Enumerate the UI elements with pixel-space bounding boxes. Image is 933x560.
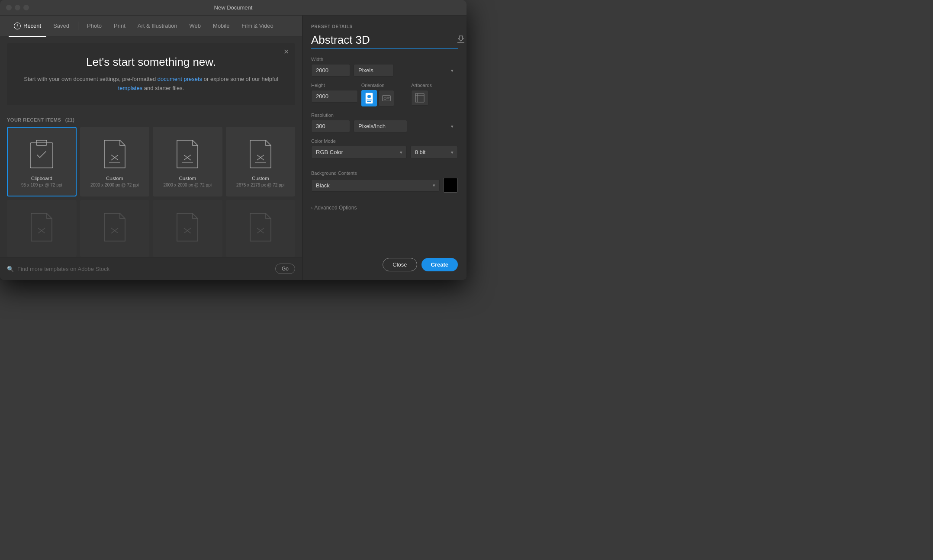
svg-rect-28 [415,93,424,102]
height-input[interactable] [311,90,358,103]
resolution-unit-wrap: Pixels/Inch Pixels/Centimeter [354,120,458,132]
custom-doc-icon-3 [247,138,274,171]
custom-label-1: Custom [106,175,123,182]
bottom-buttons: Close Create [311,249,458,271]
recent-item-custom-3[interactable]: Custom 2675 x 2176 px @ 72 ppi [226,127,296,196]
recent-item-empty-4[interactable] [226,200,296,257]
title-bar: New Document [0,0,466,16]
advanced-options[interactable]: › Advanced Options [311,205,458,211]
svg-rect-27 [387,99,389,99]
artboards-label: Artboards [411,83,458,88]
width-field-row: Width Pixels Inches Centimeters [311,57,458,77]
left-panel: Recent Saved Photo Print Art & Illustrat… [0,16,302,280]
go-button[interactable]: Go [275,264,295,274]
artboards-section: Artboards [411,83,458,106]
right-panel: PRESET DETAILS Width Pixels Inches Cent [302,16,466,280]
empty-doc-icon-4 [247,211,274,244]
recent-item-empty-1[interactable] [7,200,77,257]
recent-item-empty-2[interactable] [80,200,150,257]
width-input[interactable] [311,64,350,77]
svg-point-21 [367,95,371,98]
empty-doc-icon-3 [174,211,201,244]
empty-doc-icon-1 [28,211,55,244]
svg-rect-26 [387,97,389,98]
bg-color-swatch[interactable] [443,178,458,193]
recent-header: YOUR RECENT ITEMS (21) [7,112,295,127]
recent-item-clipboard[interactable]: Clipboard 95 x 109 px @ 72 ppi [7,127,77,196]
preset-details-label: PRESET DETAILS [311,24,458,29]
tab-recent[interactable]: Recent [9,19,46,33]
empty-doc-icon-2 [101,211,129,244]
doc-presets-link[interactable]: document presets [158,76,202,82]
custom-label-2: Custom [179,175,196,182]
traffic-lights [6,5,29,10]
templates-link[interactable]: templates [118,85,142,91]
orientation-label: Orientation [361,83,408,88]
orientation-section: Orientation [361,83,408,106]
tab-photo[interactable]: Photo [82,19,107,32]
hero-body: Start with your own document settings, p… [20,75,282,93]
preset-name-input[interactable] [311,33,452,47]
resolution-unit-select[interactable]: Pixels/Inch Pixels/Centimeter [354,120,407,132]
color-depth-select[interactable]: 8 bit 16 bit 32 bit [410,146,458,158]
tabs-bar: Recent Saved Photo Print Art & Illustrat… [0,16,302,36]
portrait-btn[interactable] [361,90,377,106]
bg-contents-select-wrap: Black White Background Color Transparent [311,179,440,192]
color-depth-select-wrap: 8 bit 16 bit 32 bit [410,146,458,158]
tab-saved[interactable]: Saved [48,19,74,32]
tab-art[interactable]: Art & Illustration [132,19,183,32]
custom-label-3: Custom [252,175,269,182]
bg-contents-label: Background Contents [311,171,458,176]
search-bar: 🔍 Find more templates on Adobe Stock Go [0,257,302,280]
clock-icon [14,23,21,29]
recent-section: YOUR RECENT ITEMS (21) Clipboard 95 x 10… [0,112,302,257]
bg-contents-select[interactable]: Black White Background Color Transparent [311,179,440,192]
close-traffic-btn[interactable] [6,5,12,10]
recent-item-custom-2[interactable]: Custom 2000 x 2000 px @ 72 ppi [153,127,222,196]
search-placeholder: Find more templates on Adobe Stock [17,266,109,272]
close-button[interactable]: Close [383,258,417,271]
color-mode-label: Color Mode [311,138,458,144]
width-label: Width [311,57,458,62]
bg-contents-field-row: Background Contents Black White Backgrou… [311,171,458,199]
orientation-btns [361,90,408,106]
tab-divider [78,22,78,30]
svg-rect-23 [367,101,371,102]
height-label: Height [311,83,358,88]
recent-item-empty-3[interactable] [153,200,222,257]
maximize-traffic-btn[interactable] [23,5,29,10]
resolution-label: Resolution [311,113,458,118]
tab-print[interactable]: Print [109,19,131,32]
bg-contents-row: Black White Background Color Transparent [311,178,458,193]
custom-sub-3: 2675 x 2176 px @ 72 ppi [236,183,284,187]
save-preset-btn[interactable] [456,35,466,45]
artboards-btn[interactable] [411,90,428,106]
custom-sub-2: 2000 x 2000 px @ 72 ppi [164,183,212,187]
width-unit-select[interactable]: Pixels Inches Centimeters [354,64,394,77]
minimize-traffic-btn[interactable] [15,5,20,10]
svg-point-25 [384,97,386,100]
hero-heading: Let's start something new. [20,55,282,69]
hero-close-btn[interactable]: ✕ [283,48,289,55]
tab-film[interactable]: Film & Video [236,19,278,32]
resolution-input[interactable] [311,120,350,132]
custom-doc-icon-2 [174,138,201,171]
svg-rect-22 [367,100,372,100]
width-input-row: Pixels Inches Centimeters [311,64,458,77]
landscape-btn[interactable] [379,90,394,106]
clipboard-sub: 95 x 109 px @ 72 ppi [21,183,62,187]
search-input-wrap: 🔍 Find more templates on Adobe Stock [7,266,271,272]
create-button[interactable]: Create [421,258,458,271]
color-mode-row: RGB Color CMYK Color Grayscale 8 bit 16 … [311,146,458,158]
height-section: Height [311,83,358,106]
resolution-input-row: Pixels/Inch Pixels/Centimeter [311,120,458,132]
height-orient-row: Height Orientation [311,83,458,106]
recent-grid: Clipboard 95 x 109 px @ 72 ppi [7,127,295,257]
resolution-field-row: Resolution Pixels/Inch Pixels/Centimeter [311,113,458,132]
recent-item-custom-1[interactable]: Custom 2000 x 2000 px @ 72 ppi [80,127,150,196]
preset-name-row [311,33,458,49]
tab-mobile[interactable]: Mobile [208,19,235,32]
color-mode-select[interactable]: RGB Color CMYK Color Grayscale [311,146,407,158]
tab-web[interactable]: Web [184,19,206,32]
main-layout: Recent Saved Photo Print Art & Illustrat… [0,16,466,280]
